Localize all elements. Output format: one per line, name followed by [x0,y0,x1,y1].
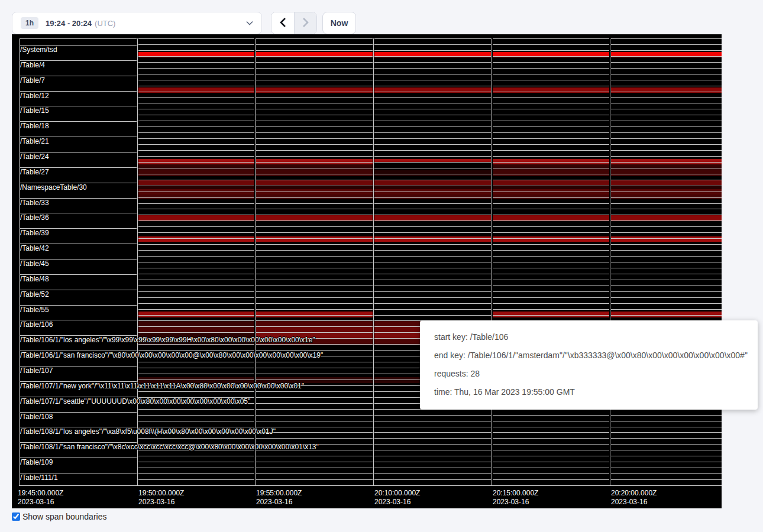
span-boundary-line [137,315,722,316]
span-boundary-line [137,238,722,239]
row-label: /System/tsd [20,46,57,54]
span-boundary-line [137,421,722,421]
row-label: /Table/106/1/"san francisco"/"\x80\x00\x… [20,352,323,359]
span-boundary-line [137,168,722,168]
prev-window-button[interactable] [271,12,294,34]
column-boundary-line [492,38,492,485]
heat-band[interactable] [492,170,722,176]
row-label: /Table/15 [20,107,49,115]
span-boundary-line [137,109,722,109]
heat-band[interactable] [492,312,722,317]
row-label: /NamespaceTable/30 [20,184,87,192]
span-boundary-line [137,286,722,286]
heat-band[interactable] [373,170,492,176]
span-boundary-line [137,456,722,456]
span-boundary-line [137,291,722,292]
span-boundary-line [137,438,722,439]
span-boundary-line [137,303,722,304]
span-boundary-line [137,180,722,180]
row-label: /Table/107/1/"new york"/"\x11\x11\x11\x1… [20,382,304,390]
span-boundary-line [137,462,722,462]
show-span-boundaries-row: Show span boundaries [12,512,106,521]
span-boundary-line [137,138,722,139]
span-boundary-line [137,309,722,310]
row-label: /Table/33 [20,199,49,207]
row-label: /Table/106/1/"los angeles"/"\x99\x99\x99… [20,336,315,344]
span-boundary-line [137,232,722,233]
row-label: /Table/39 [20,229,49,237]
row-label: /Table/48 [20,275,49,283]
span-boundary-line [137,220,722,221]
duration-badge: 1h [21,17,38,29]
heat-band[interactable] [137,194,722,199]
heat-band[interactable] [137,180,722,185]
column-boundary-line [610,38,610,485]
time-axis: 19:45:00.000Z2023-03-1619:50:00.000Z2023… [12,486,722,508]
row-label: /Table/52 [20,291,49,299]
span-boundary-line [137,174,722,174]
key-visualizer-chart: /System/tsd/Table/4/Table/7/Table/12/Tab… [12,34,722,508]
row-label: /Table/109 [20,459,53,466]
bucket-tooltip: start key: /Table/106 end key: /Table/10… [420,320,758,410]
show-span-boundaries-checkbox[interactable] [12,512,20,521]
span-boundary-line [137,262,722,262]
row-label: /Table/108/1/"san francisco"/"\x8c\xcc\x… [20,443,319,451]
span-boundary-line [19,38,722,39]
tooltip-requests: requests: 28 [434,365,743,383]
row-label: /Table/55 [20,306,49,314]
span-boundary-line [137,244,722,245]
row-label: /Table/108 [20,413,53,421]
heatmap-plot[interactable]: /System/tsd/Table/4/Table/7/Table/12/Tab… [12,34,722,486]
column-boundary-line [19,38,20,485]
span-boundary-line [19,485,722,486]
axis-tick-label: 20:20:00.000Z2023-03-16 [611,489,657,507]
heat-band[interactable] [492,164,722,170]
row-label: /Table/24 [20,153,49,161]
span-boundary-line [137,256,722,257]
span-boundary-line [137,215,722,215]
column-boundary-line [137,38,138,485]
span-boundary-line [137,415,722,416]
span-boundary-line [137,250,722,251]
span-boundary-line [137,56,722,57]
span-boundary-line [137,297,722,298]
time-range-selector[interactable]: 1h 19:24 - 20:24 (UTC) [12,12,262,34]
time-range-text: 19:24 - 20:24 [46,19,92,28]
span-boundary-line [137,226,722,227]
heat-band[interactable] [137,236,722,242]
span-boundary-line [137,186,722,186]
row-label: /Table/21 [20,138,49,145]
row-label: /Table/108/1/"los angeles"/"\xa8\xf5\u00… [20,428,276,436]
heat-band[interactable] [137,215,722,220]
span-boundary-line [137,121,722,121]
row-label: /Table/45 [20,260,49,268]
axis-tick-label: 20:10:00.000Z2023-03-16 [374,489,420,507]
next-window-button[interactable] [294,12,316,34]
span-boundary-line [137,280,722,280]
now-button[interactable]: Now [322,12,356,34]
span-boundary-line [137,197,722,198]
row-label: /Table/111/1 [20,474,58,482]
column-boundary-line [373,38,374,485]
span-boundary-line [137,468,722,468]
span-boundary-line [137,44,722,45]
chevron-right-icon [302,17,309,30]
span-boundary-line [137,132,722,133]
span-boundary-line [137,115,722,115]
span-boundary-line [137,274,722,274]
row-label: /Table/107 [20,367,53,375]
span-boundary-line [137,156,722,157]
row-label: /Table/36 [20,214,49,222]
span-boundary-line [137,50,722,51]
span-boundary-line [137,62,722,63]
chevron-left-icon [280,17,286,30]
row-label: /Table/4 [20,61,45,69]
span-boundary-line [137,144,722,145]
span-boundary-line [137,162,722,163]
row-label: /Table/12 [20,92,49,100]
span-boundary-line [137,268,722,268]
tooltip-end-key: end key: /Table/106/1/"amsterdam"/"\xb33… [434,346,743,365]
span-boundary-line [137,126,722,127]
tooltip-time: time: Thu, 16 Mar 2023 19:55:00 GMT [434,383,743,401]
row-label: /Table/107/1/"seattle"/"UUUUUUD\x00\x80\… [20,398,250,406]
